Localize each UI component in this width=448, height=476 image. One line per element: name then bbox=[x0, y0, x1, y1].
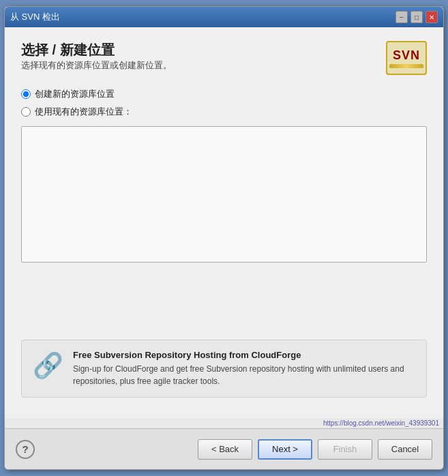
radio-create-new-label: 创建新的资源库位置 bbox=[35, 88, 115, 100]
footer-buttons: < Back Next > Finish Cancel bbox=[198, 439, 432, 460]
radio-use-existing-label: 使用现有的资源库位置： bbox=[35, 106, 132, 118]
url-bar: https://blog.csdn.net/weixin_43939301 bbox=[5, 418, 443, 428]
radio-group: 创建新的资源库位置 使用现有的资源库位置： bbox=[21, 88, 427, 118]
radio-create-new-input[interactable] bbox=[21, 89, 31, 99]
header-row: 选择 / 新建位置 选择现有的资源库位置或创建新位置。 SVN bbox=[21, 41, 427, 84]
page-title: 选择 / 新建位置 bbox=[21, 41, 172, 59]
radio-use-existing-input[interactable] bbox=[21, 107, 31, 117]
promo-description: Sign-up for CloudForge and get free Subv… bbox=[73, 363, 415, 387]
window-title: 从 SVN 检出 bbox=[10, 11, 60, 23]
svn-logo: SVN bbox=[386, 41, 427, 75]
footer: ? < Back Next > Finish Cancel bbox=[5, 428, 443, 469]
maximize-button[interactable]: □ bbox=[410, 11, 423, 23]
close-button[interactable]: ✕ bbox=[425, 11, 438, 23]
back-button[interactable]: < Back bbox=[198, 439, 252, 460]
promo-title: Free Subversion Repository Hosting from … bbox=[73, 350, 415, 360]
promo-section: 🔗 Free Subversion Repository Hosting fro… bbox=[21, 340, 427, 398]
minimize-button[interactable]: − bbox=[395, 11, 408, 23]
window-controls: − □ ✕ bbox=[395, 11, 438, 23]
radio-create-new[interactable]: 创建新的资源库位置 bbox=[21, 88, 427, 100]
cloudforge-icon: 🔗 bbox=[33, 351, 63, 380]
next-button[interactable]: Next > bbox=[258, 439, 312, 460]
promo-text: Free Subversion Repository Hosting from … bbox=[73, 350, 415, 387]
footer-left: ? bbox=[16, 440, 35, 459]
radio-use-existing[interactable]: 使用现有的资源库位置： bbox=[21, 106, 427, 118]
subtitle: 选择现有的资源库位置或创建新位置。 bbox=[21, 59, 172, 72]
help-button[interactable]: ? bbox=[16, 440, 35, 459]
header-text: 选择 / 新建位置 选择现有的资源库位置或创建新位置。 bbox=[21, 41, 172, 84]
url-text: https://blog.csdn.net/weixin_43939301 bbox=[323, 419, 439, 427]
titlebar: 从 SVN 检出 − □ ✕ bbox=[5, 7, 443, 27]
repository-list[interactable] bbox=[21, 126, 427, 263]
cancel-button[interactable]: Cancel bbox=[378, 439, 432, 460]
finish-button[interactable]: Finish bbox=[318, 439, 372, 460]
main-window: 从 SVN 检出 − □ ✕ 选择 / 新建位置 选择现有的资源库位置或创建新位… bbox=[4, 6, 444, 470]
main-content: 选择 / 新建位置 选择现有的资源库位置或创建新位置。 SVN 创建新的资源库位… bbox=[5, 27, 443, 418]
svn-logo-text: SVN bbox=[393, 48, 420, 63]
svn-logo-bar bbox=[389, 64, 423, 68]
